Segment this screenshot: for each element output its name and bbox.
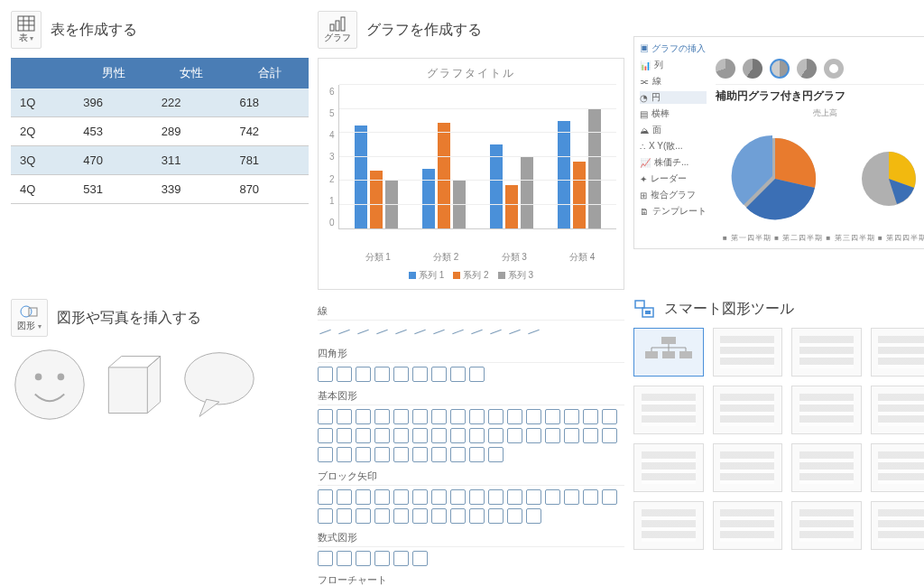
shape-gallery-item[interactable] [469, 508, 485, 524]
shape-gallery-item[interactable] [545, 428, 560, 443]
shape-gallery-item[interactable] [488, 447, 504, 462]
shape-gallery-item[interactable] [337, 551, 352, 566]
shape-gallery-item[interactable] [393, 551, 409, 566]
shape-gallery-item[interactable] [412, 428, 428, 443]
shape-gallery-item[interactable] [545, 489, 560, 505]
shape-gallery-item[interactable] [393, 324, 409, 340]
shape-gallery-item[interactable] [393, 367, 409, 382]
smartart-item[interactable] [713, 386, 783, 434]
shape-gallery-item[interactable] [337, 409, 352, 424]
shape-gallery-item[interactable] [356, 551, 371, 566]
smartart-item[interactable] [791, 328, 862, 377]
chart-type-item[interactable]: ◔ 円 [640, 91, 707, 104]
shape-gallery-item[interactable] [602, 489, 617, 505]
shape-gallery-item[interactable] [318, 409, 333, 424]
shape-gallery-item[interactable] [374, 551, 390, 566]
shape-gallery-item[interactable] [488, 508, 504, 524]
shape-gallery-item[interactable] [337, 489, 352, 505]
shape-gallery-item[interactable] [393, 447, 409, 462]
shape-gallery-item[interactable] [356, 428, 371, 443]
shape-gallery-item[interactable] [374, 324, 390, 340]
cube-shape[interactable] [96, 346, 173, 423]
shape-gallery-item[interactable] [318, 428, 333, 443]
shape-gallery-item[interactable] [488, 489, 504, 505]
shape-gallery-item[interactable] [583, 409, 598, 424]
speech-bubble-shape[interactable] [180, 346, 258, 423]
smartart-item[interactable] [633, 443, 704, 492]
chart-type-item[interactable]: ∴ X Y(散... [640, 140, 707, 153]
shape-gallery-item[interactable] [469, 367, 485, 382]
shape-gallery-item[interactable] [356, 409, 371, 424]
shape-gallery-item[interactable] [450, 508, 466, 524]
shape-gallery-item[interactable] [412, 489, 428, 505]
smartart-item[interactable] [871, 386, 925, 434]
shape-gallery-item[interactable] [507, 489, 522, 505]
pie-subtype[interactable] [770, 59, 790, 79]
shape-gallery-item[interactable] [545, 409, 560, 424]
shape-gallery-item[interactable] [374, 489, 390, 505]
chart-type-item[interactable]: ⫘ 線 [640, 75, 707, 88]
smartart-item[interactable] [871, 328, 925, 377]
shape-gallery-item[interactable] [431, 508, 447, 524]
shape-gallery-item[interactable] [507, 409, 522, 424]
shape-gallery-item[interactable] [507, 324, 522, 340]
pie-subtype[interactable] [716, 59, 735, 79]
shape-gallery-item[interactable] [318, 551, 333, 566]
shape-gallery-item[interactable] [337, 324, 352, 340]
shape-gallery-item[interactable] [374, 508, 390, 524]
shape-gallery-item[interactable] [393, 508, 409, 524]
smartart-item[interactable] [791, 443, 862, 492]
pie-subtype[interactable] [824, 59, 844, 79]
shape-gallery-item[interactable] [337, 508, 352, 524]
shape-gallery-item[interactable] [564, 409, 579, 424]
shape-gallery-item[interactable] [337, 447, 352, 462]
shape-gallery-item[interactable] [450, 489, 466, 505]
shape-gallery-item[interactable] [526, 324, 541, 340]
chart-type-item[interactable]: 📊 列 [640, 59, 707, 71]
shape-gallery-item[interactable] [431, 489, 447, 505]
shape-gallery-item[interactable] [374, 367, 390, 382]
shape-gallery-item[interactable] [507, 428, 522, 443]
shape-gallery-item[interactable] [469, 447, 485, 462]
chart-type-item[interactable]: 📈 株価チ... [640, 156, 707, 169]
shape-gallery-item[interactable] [564, 428, 579, 443]
shape-gallery-item[interactable] [450, 367, 466, 382]
smartart-item[interactable] [871, 443, 925, 492]
shape-gallery-item[interactable] [431, 447, 447, 462]
shape-gallery-item[interactable] [450, 428, 466, 443]
shape-gallery-item[interactable] [526, 409, 541, 424]
shape-gallery-item[interactable] [318, 508, 333, 524]
shape-gallery-item[interactable] [412, 551, 428, 566]
pie-subtype[interactable] [743, 59, 762, 79]
smartart-item[interactable] [633, 501, 704, 550]
smartart-item[interactable] [871, 501, 925, 550]
shape-gallery-item[interactable] [356, 324, 371, 340]
chart-button[interactable]: グラフ [318, 11, 357, 49]
shape-gallery-item[interactable] [469, 409, 485, 424]
shape-gallery-item[interactable] [526, 489, 541, 505]
shape-gallery-item[interactable] [337, 367, 352, 382]
shape-gallery-item[interactable] [583, 489, 598, 505]
shape-gallery-item[interactable] [469, 428, 485, 443]
shape-gallery-item[interactable] [374, 409, 390, 424]
shape-gallery-item[interactable] [337, 428, 352, 443]
shape-gallery-item[interactable] [393, 409, 409, 424]
table-button[interactable]: 表 ▾ [11, 11, 42, 49]
shape-gallery-item[interactable] [526, 508, 541, 524]
shape-gallery-item[interactable] [412, 508, 428, 524]
shape-gallery-item[interactable] [564, 489, 579, 505]
shape-gallery-item[interactable] [507, 508, 522, 524]
smartart-item[interactable] [713, 443, 783, 492]
shape-gallery-item[interactable] [583, 428, 598, 443]
shape-gallery-item[interactable] [393, 489, 409, 505]
shape-gallery-item[interactable] [318, 489, 333, 505]
chart-type-item[interactable]: 🗎 テンプレート [640, 205, 707, 218]
shape-gallery-item[interactable] [412, 409, 428, 424]
pie-subtype[interactable] [797, 59, 817, 79]
shape-gallery-item[interactable] [488, 409, 504, 424]
shape-gallery-item[interactable] [356, 508, 371, 524]
shape-gallery-item[interactable] [356, 367, 371, 382]
chart-type-item[interactable]: ▤ 横棒 [640, 107, 707, 120]
smartart-item[interactable] [713, 501, 783, 550]
shape-gallery-item[interactable] [431, 409, 447, 424]
